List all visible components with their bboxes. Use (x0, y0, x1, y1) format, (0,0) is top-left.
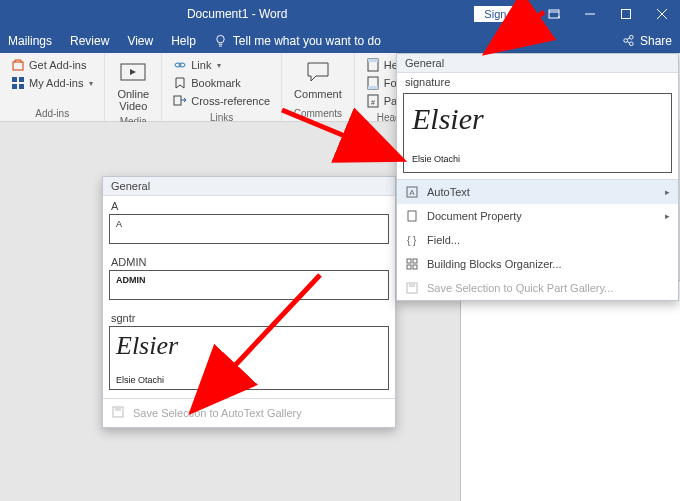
svg-point-7 (217, 35, 224, 42)
svg-rect-44 (409, 283, 415, 287)
svg-rect-24 (174, 96, 181, 105)
tab-view[interactable]: View (127, 34, 153, 48)
autotext-entry-admin[interactable]: ADMIN (109, 270, 389, 300)
link-icon (173, 58, 187, 72)
submenu-arrow-icon: ▸ (665, 211, 670, 221)
menu-autotext[interactable]: A AutoText ▸ (397, 180, 678, 204)
svg-rect-18 (12, 84, 17, 89)
tab-help[interactable]: Help (171, 34, 196, 48)
cross-ref-icon (173, 94, 187, 108)
signature-name: Elsier (412, 102, 663, 136)
page[interactable] (460, 280, 680, 501)
quick-parts-menu: A AutoText ▸ Document Property ▸ { } Fie… (397, 179, 678, 300)
close-button[interactable] (644, 0, 680, 28)
svg-rect-16 (12, 77, 17, 82)
page-number-icon: # (366, 94, 380, 108)
tab-mailings[interactable]: Mailings (8, 34, 52, 48)
share-icon (622, 34, 635, 47)
lightbulb-icon (214, 34, 227, 47)
doc-property-icon (405, 209, 419, 223)
minimize-button[interactable] (572, 0, 608, 28)
svg-rect-4 (622, 10, 631, 19)
chevron-down-icon: ▾ (217, 61, 221, 70)
menu-save-selection: Save Selection to Quick Part Gallery... (397, 276, 678, 300)
online-video-button[interactable]: Online Video (113, 56, 153, 114)
group-media: Online Video Media (105, 53, 162, 121)
addins-icon (11, 76, 25, 90)
svg-text:{ }: { } (407, 235, 417, 246)
svg-rect-42 (413, 265, 417, 269)
my-addins-button[interactable]: My Add-ins ▾ (8, 74, 96, 92)
gallery-category-header: General (103, 177, 395, 196)
menu-field[interactable]: { } Field... (397, 228, 678, 252)
link-button[interactable]: Link▾ (170, 56, 273, 74)
comment-button[interactable]: Comment (290, 56, 346, 102)
autotext-entry-a[interactable]: A (109, 214, 389, 244)
svg-point-11 (629, 35, 633, 39)
footer-icon (366, 76, 380, 90)
autotext-gallery: General A A ADMIN ADMIN sgntr Elsier Els… (102, 176, 396, 428)
group-addins: Get Add-ins My Add-ins ▾ Add-ins (0, 53, 105, 121)
svg-rect-39 (407, 259, 411, 263)
svg-rect-28 (368, 86, 378, 89)
svg-text:#: # (371, 99, 375, 106)
autotext-entry-sgntr[interactable]: Elsier Elsie Otachi (109, 326, 389, 390)
svg-marker-21 (130, 69, 136, 75)
tab-review[interactable]: Review (70, 34, 109, 48)
svg-rect-17 (19, 77, 24, 82)
menu-document-property[interactable]: Document Property ▸ (397, 204, 678, 228)
signature-name: Elsier (116, 331, 382, 361)
save-icon (111, 405, 125, 421)
field-icon: { } (405, 233, 419, 247)
gallery-entry-signature[interactable]: Elsier Elsie Otachi (403, 93, 672, 173)
comment-icon (304, 58, 332, 86)
cross-reference-button[interactable]: Cross-reference (170, 92, 273, 110)
bookmark-button[interactable]: Bookmark (170, 74, 273, 92)
svg-rect-15 (13, 62, 23, 70)
share-button[interactable]: Share (622, 34, 672, 48)
video-icon (119, 58, 147, 86)
maximize-button[interactable] (608, 0, 644, 28)
autotext-entry-label: sgntr (103, 308, 395, 326)
signature-subtext: Elsie Otachi (412, 154, 663, 164)
autotext-entry-label: ADMIN (103, 252, 395, 270)
svg-rect-46 (115, 407, 121, 411)
quick-parts-dropdown: General signature Elsier Elsie Otachi A … (396, 53, 679, 301)
svg-text:A: A (409, 188, 415, 197)
save-icon (405, 281, 419, 295)
svg-point-12 (629, 42, 633, 46)
gallery-category-header: General (397, 54, 678, 73)
sign-in-button[interactable]: Sign in (474, 6, 528, 22)
save-to-autotext: Save Selection to AutoText Gallery (103, 398, 395, 427)
submenu-arrow-icon: ▸ (665, 187, 670, 197)
autotext-entry-label: A (103, 196, 395, 214)
svg-rect-19 (19, 84, 24, 89)
menu-building-blocks[interactable]: Building Blocks Organizer... (397, 252, 678, 276)
svg-rect-37 (408, 211, 416, 221)
group-comments: Comment Comments (282, 53, 355, 121)
gallery-entry-label: signature (397, 73, 678, 91)
header-icon (366, 58, 380, 72)
chevron-down-icon: ▾ (89, 79, 93, 88)
store-icon (11, 58, 25, 72)
svg-point-23 (179, 63, 185, 67)
tell-me[interactable]: Tell me what you want to do (214, 34, 381, 48)
group-links: Link▾ Bookmark Cross-reference Links (162, 53, 282, 121)
building-blocks-icon (405, 257, 419, 271)
svg-rect-41 (407, 265, 411, 269)
ribbon-tabs: Mailings Review View Help Tell me what y… (0, 28, 680, 53)
window-title: Document1 - Word (0, 7, 474, 21)
titlebar: Document1 - Word Sign in (0, 0, 680, 28)
ribbon-display-options[interactable] (536, 0, 572, 28)
signature-subtext: Elsie Otachi (116, 375, 382, 385)
svg-rect-26 (368, 59, 378, 62)
svg-rect-40 (413, 259, 417, 263)
autotext-icon: A (405, 185, 419, 199)
get-addins-button[interactable]: Get Add-ins (8, 56, 96, 74)
bookmark-icon (173, 76, 187, 90)
svg-rect-0 (549, 10, 559, 18)
